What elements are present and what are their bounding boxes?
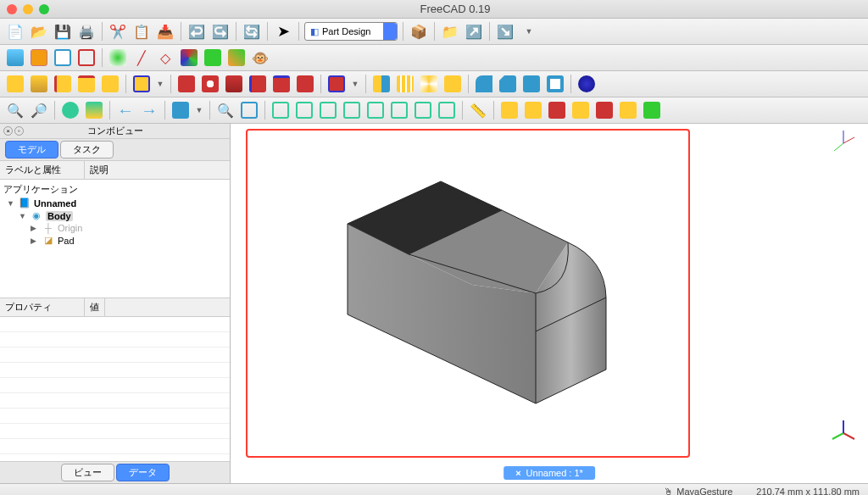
minimize-window-button[interactable] [23, 4, 33, 14]
undo-icon[interactable]: ↩️ [186, 21, 207, 42]
thickness-icon[interactable] [545, 74, 565, 94]
paste-icon[interactable]: 📥 [155, 21, 175, 42]
open-file-icon[interactable]: 📂 [29, 21, 49, 42]
measure-toggle-all-icon[interactable] [594, 100, 615, 120]
measure-angular-icon[interactable] [523, 100, 543, 120]
view-rear-icon[interactable] [318, 100, 338, 120]
datum-line-icon[interactable]: ╱ [131, 47, 152, 68]
subshapebinder-icon[interactable] [226, 47, 247, 68]
tree-pad-label[interactable]: Pad [58, 236, 75, 246]
datum-plane-icon[interactable]: ◇ [155, 47, 175, 68]
additive-box-icon[interactable] [131, 74, 152, 94]
dropdown-icon[interactable]: ▼ [194, 100, 204, 120]
isometric-icon[interactable] [170, 100, 191, 120]
fillet-icon[interactable] [474, 74, 494, 94]
dropdown-icon[interactable]: ▼ [519, 21, 539, 42]
panel-float-icon[interactable]: ◦ [14, 126, 24, 136]
view-axo-icon[interactable] [389, 100, 409, 120]
view-rotate-l-icon[interactable] [413, 100, 433, 120]
draw-style-icon[interactable] [60, 100, 81, 120]
sub-pipe-icon[interactable] [271, 74, 292, 94]
polar-pattern-icon[interactable] [419, 74, 439, 94]
measure-toggle-delta-icon[interactable] [642, 100, 662, 120]
measure-linear-icon[interactable] [499, 100, 520, 120]
dropdown-icon[interactable]: ▼ [155, 74, 165, 94]
disclosure-triangle-icon[interactable]: ▼ [19, 212, 27, 220]
create-body-icon[interactable] [5, 47, 25, 68]
tab-data[interactable]: データ [116, 464, 170, 481]
panel-close-icon[interactable]: × [3, 126, 13, 136]
measure-refresh-icon[interactable] [547, 100, 567, 120]
groove-icon[interactable] [224, 74, 244, 94]
tab-model[interactable]: モデル [5, 141, 58, 159]
map-sketch-icon[interactable] [76, 47, 97, 68]
edit-sketch-icon[interactable] [53, 47, 73, 68]
tree-doc-label[interactable]: Unnamed [34, 198, 76, 209]
multitransform-icon[interactable] [442, 74, 463, 94]
pad-icon[interactable] [5, 74, 25, 94]
hole-icon[interactable] [200, 74, 220, 94]
refresh-icon[interactable]: 🔄 [242, 21, 262, 42]
shapebinder-icon[interactable] [203, 47, 223, 68]
new-file-icon[interactable]: 📄 [5, 21, 25, 42]
cut-icon[interactable]: ✂️ [108, 21, 128, 42]
document-tab[interactable]: × Unnamed : 1* [504, 466, 595, 480]
chamfer-icon[interactable] [498, 74, 518, 94]
measure-distance-icon[interactable]: 📏 [468, 100, 488, 120]
datum-lcs-icon[interactable] [179, 47, 199, 68]
view-top-icon[interactable] [270, 100, 291, 120]
fit-selection-icon[interactable]: 🔎 [29, 100, 49, 120]
create-sketch-icon[interactable] [29, 47, 49, 68]
print-icon[interactable]: 🖨️ [76, 21, 97, 42]
view-front-icon[interactable] [239, 100, 259, 120]
bounding-box-icon[interactable] [84, 100, 104, 120]
redo-icon[interactable]: ↪️ [210, 21, 231, 42]
subtractive-box-icon[interactable] [326, 74, 347, 94]
close-window-button[interactable] [7, 4, 17, 14]
disclosure-triangle-icon[interactable]: ▶ [31, 236, 39, 245]
model-tree[interactable]: アプリケーション ▼📘Unnamed ▼◉Body ▶┼Origin ▶◪Pad [0, 180, 230, 298]
subtractive-helix-icon[interactable] [295, 74, 315, 94]
workbench-selector[interactable]: ◧ Part Design [304, 22, 398, 41]
measure-toggle-3d-icon[interactable] [618, 100, 638, 120]
nav-back-icon[interactable]: ← [115, 100, 136, 120]
datum-point-icon[interactable] [108, 47, 128, 68]
pointer-icon[interactable]: ➤ [273, 21, 293, 42]
draft-icon[interactable] [521, 74, 542, 94]
copy-icon[interactable]: 📋 [131, 21, 152, 42]
navigation-style-button[interactable]: 🖱 MayaGesture [664, 487, 732, 496]
pipe-icon[interactable] [76, 74, 97, 94]
boolean-icon[interactable] [576, 74, 597, 94]
folder-icon[interactable]: 📁 [440, 21, 460, 42]
clone-icon[interactable]: 🐵 [250, 47, 270, 68]
mirrored-icon[interactable] [371, 74, 392, 94]
additive-helix-icon[interactable] [100, 74, 120, 94]
view-bottom-icon[interactable] [342, 100, 362, 120]
disclosure-triangle-icon[interactable]: ▼ [7, 199, 15, 208]
view-rotate-r-icon[interactable] [437, 100, 457, 120]
disclosure-triangle-icon[interactable]: ▶ [31, 224, 39, 232]
sub-loft-icon[interactable] [248, 74, 268, 94]
measure-clear-icon[interactable] [570, 100, 591, 120]
close-document-icon[interactable]: × [515, 468, 520, 478]
linear-pattern-icon[interactable] [395, 74, 415, 94]
revolution-icon[interactable] [29, 74, 49, 94]
package-icon[interactable]: 📦 [409, 21, 429, 42]
tree-body-label[interactable]: Body [46, 211, 73, 221]
view-right-icon[interactable] [294, 100, 314, 120]
loft-icon[interactable] [53, 74, 73, 94]
link-export-icon[interactable]: ↗️ [464, 21, 484, 42]
property-table[interactable] [0, 317, 230, 461]
tree-origin-label[interactable]: Origin [58, 223, 82, 233]
nav-forward-icon[interactable]: → [139, 100, 159, 120]
link-import-icon[interactable]: ↘️ [495, 21, 515, 42]
zoom-icon[interactable]: 🔍 [215, 100, 236, 120]
tab-task[interactable]: タスク [60, 141, 114, 159]
view-left-icon[interactable] [365, 100, 386, 120]
3d-viewport[interactable]: × Unnamed : 1* [231, 124, 868, 483]
tab-view[interactable]: ビュー [61, 464, 114, 481]
fit-all-icon[interactable]: 🔍 [5, 100, 25, 120]
maximize-window-button[interactable] [39, 4, 49, 14]
save-file-icon[interactable]: 💾 [53, 21, 73, 42]
pocket-icon[interactable] [176, 74, 197, 94]
